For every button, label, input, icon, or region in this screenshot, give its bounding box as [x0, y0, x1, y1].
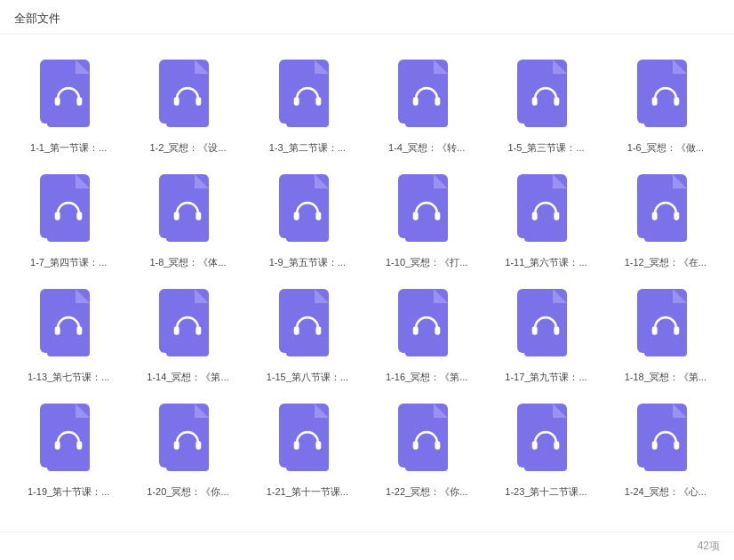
audio-file-icon: [156, 58, 219, 136]
svg-rect-53: [674, 326, 679, 334]
file-item[interactable]: 1-3_第二节课：...: [248, 49, 367, 164]
file-label: 1-17_第九节课：...: [497, 371, 594, 384]
file-label: 1-15_第八节课：...: [259, 371, 356, 384]
svg-rect-62: [315, 441, 321, 449]
svg-rect-67: [532, 441, 538, 449]
audio-file-icon: [156, 402, 219, 480]
file-label: 1-19_第十节课：...: [20, 485, 117, 499]
main-container: 全部文件 1-1_第一节课：...: [0, 0, 734, 560]
file-item[interactable]: 1-2_冥想：《设...: [128, 49, 247, 164]
svg-rect-26: [315, 212, 321, 220]
audio-file-icon: [36, 58, 100, 136]
audio-file-icon: [634, 287, 698, 365]
file-item[interactable]: 1-22_冥想：《你...: [367, 393, 486, 508]
file-item[interactable]: 1-9_第五节课：...: [248, 164, 367, 278]
audio-file-icon: [514, 172, 578, 251]
svg-rect-58: [174, 441, 180, 449]
file-item[interactable]: 1-15_第八节课：...: [248, 278, 367, 393]
audio-file-icon: [514, 58, 578, 136]
file-item[interactable]: 1-11_第六节课：...: [486, 164, 605, 278]
file-label: 1-3_第二节课：...: [259, 141, 356, 155]
svg-rect-17: [674, 97, 679, 105]
file-item[interactable]: 1-10_冥想：《打...: [367, 164, 486, 278]
file-item[interactable]: 1-4_冥想：《转...: [367, 49, 486, 164]
svg-rect-71: [674, 441, 679, 449]
audio-file-icon: [36, 402, 100, 480]
svg-rect-49: [532, 326, 538, 334]
file-item[interactable]: 1-19_第十节课：...: [9, 393, 128, 508]
file-item[interactable]: 1-17_第九节课：...: [486, 278, 605, 393]
file-label: 1-20_冥想：《你...: [139, 485, 236, 499]
svg-rect-25: [294, 212, 299, 220]
audio-file-icon: [275, 402, 339, 480]
svg-rect-61: [294, 441, 299, 449]
header: 全部文件: [0, 0, 734, 35]
file-item[interactable]: 1-12_冥想：《在...: [606, 164, 725, 278]
file-label: 1-18_冥想：《第...: [617, 371, 714, 384]
svg-rect-44: [315, 326, 321, 334]
header-title: 全部文件: [14, 12, 60, 25]
audio-file-icon: [275, 287, 339, 365]
svg-rect-34: [652, 212, 658, 220]
file-label: 1-9_第五节课：...: [259, 256, 356, 269]
svg-rect-5: [196, 97, 202, 105]
svg-rect-19: [55, 212, 60, 220]
svg-rect-4: [174, 97, 180, 105]
file-item[interactable]: 1-5_第三节课：...: [486, 49, 605, 164]
file-label: 1-8_冥想：《体...: [139, 256, 236, 269]
audio-file-icon: [395, 287, 459, 365]
audio-file-icon: [156, 287, 219, 365]
file-label: 1-13_第七节课：...: [20, 371, 117, 384]
audio-file-icon: [634, 172, 698, 251]
audio-file-icon: [156, 172, 219, 251]
file-label: 1-1_第一节课：...: [20, 141, 117, 155]
svg-rect-13: [532, 97, 538, 105]
file-item[interactable]: 1-16_冥想：《第...: [367, 278, 486, 393]
file-item[interactable]: 1-6_冥想：《做...: [606, 49, 725, 164]
file-item[interactable]: 1-20_冥想：《你...: [128, 393, 247, 508]
audio-file-icon: [36, 172, 100, 251]
audio-file-icon: [514, 402, 578, 480]
audio-file-icon: [514, 287, 578, 365]
file-label: 1-14_冥想：《第...: [139, 371, 236, 384]
file-item[interactable]: 1-13_第七节课：...: [9, 278, 128, 393]
svg-rect-68: [554, 441, 560, 449]
audio-file-icon: [36, 287, 100, 365]
svg-rect-1: [55, 97, 60, 105]
svg-rect-47: [435, 326, 441, 334]
file-label: 1-10_冥想：《打...: [378, 256, 475, 269]
audio-file-icon: [395, 402, 459, 480]
audio-file-icon: [634, 58, 698, 136]
count-label: 42项: [698, 539, 720, 554]
file-label: 1-24_冥想：《心...: [617, 485, 714, 499]
file-item[interactable]: 1-1_第一节课：...: [9, 49, 128, 164]
file-label: 1-6_冥想：《做...: [617, 141, 714, 155]
audio-file-icon: [395, 58, 459, 136]
audio-file-icon: [275, 58, 339, 136]
audio-file-icon: [395, 172, 459, 251]
file-label: 1-22_冥想：《你...: [378, 485, 475, 499]
file-label: 1-4_冥想：《转...: [378, 141, 475, 155]
file-item[interactable]: 1-23_第十二节课...: [486, 393, 605, 508]
file-item[interactable]: 1-18_冥想：《第...: [606, 278, 725, 393]
svg-rect-38: [77, 326, 83, 334]
file-item[interactable]: 1-8_冥想：《体...: [128, 164, 247, 278]
svg-rect-8: [315, 97, 321, 105]
footer: 42项: [0, 532, 734, 560]
file-item[interactable]: 1-21_第十一节课...: [248, 393, 367, 508]
file-label: 1-5_第三节课：...: [497, 141, 594, 155]
file-item[interactable]: 1-7_第四节课：...: [9, 164, 128, 278]
svg-rect-28: [413, 212, 419, 220]
svg-rect-31: [532, 212, 538, 220]
svg-rect-16: [652, 97, 658, 105]
svg-rect-52: [652, 326, 658, 334]
file-label: 1-12_冥想：《在...: [617, 256, 714, 269]
svg-rect-64: [413, 441, 419, 449]
file-item[interactable]: 1-14_冥想：《第...: [128, 278, 247, 393]
svg-rect-37: [55, 326, 60, 334]
file-label: 1-11_第六节课：...: [497, 256, 594, 269]
svg-rect-46: [413, 326, 419, 334]
file-item[interactable]: 1-24_冥想：《心...: [606, 393, 725, 508]
audio-file-icon: [275, 172, 339, 251]
file-label: 1-7_第四节课：...: [20, 256, 117, 269]
